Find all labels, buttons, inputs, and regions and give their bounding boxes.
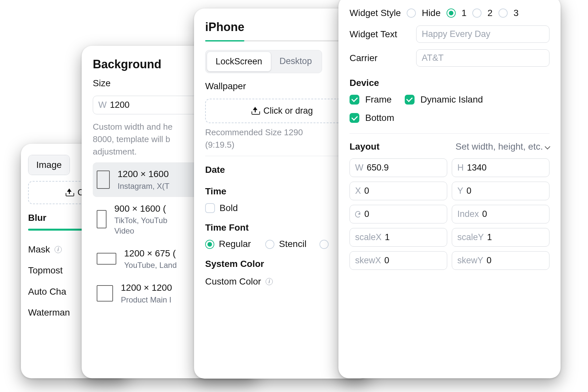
layout-scalex-input[interactable]: scaleX [350, 228, 447, 247]
wallpaper-label: Wallpaper [205, 80, 246, 92]
recommended-size-text: Recommended Size 1290 (9:19.5) [205, 126, 359, 151]
layout-w-input[interactable]: W [350, 158, 447, 177]
tab-desktop[interactable]: Desktop [271, 52, 320, 72]
layout-rotation-input[interactable] [350, 205, 447, 223]
layout-y-field[interactable] [466, 186, 544, 196]
widget-text-label: Widget Text [350, 28, 412, 40]
topmost-label: Topmost [28, 265, 63, 276]
widget-3-label: 3 [514, 7, 519, 19]
auto-change-label: Auto Cha [28, 286, 66, 298]
bold-checkbox[interactable] [205, 203, 215, 213]
upload-icon [66, 189, 73, 196]
layout-scaley-input[interactable]: scaleY [452, 228, 549, 247]
bottom-label: Bottom [365, 112, 394, 124]
widget-1-radio[interactable] [447, 8, 456, 18]
layout-grid: W H X Y Index scaleX scaleY [350, 158, 549, 270]
system-color-section: System Color [205, 258, 359, 270]
layout-x-field[interactable] [364, 186, 442, 196]
tab-image[interactable]: Image [28, 155, 70, 175]
iphone-tab-underline [205, 40, 359, 41]
font-third-radio[interactable] [319, 240, 329, 249]
bottom-checkbox[interactable] [350, 113, 359, 123]
widget-hide-radio[interactable] [407, 8, 416, 18]
upload-icon [252, 107, 259, 115]
widget-hide-label: Hide [422, 7, 441, 19]
carrier-label: Carrier [350, 52, 412, 64]
carrier-field[interactable] [422, 53, 544, 63]
device-section: Device [350, 77, 549, 89]
tab-lockscreen[interactable]: LockScreen [207, 52, 271, 72]
layout-y-input[interactable]: Y [452, 182, 549, 200]
layout-label: Layout [350, 141, 380, 153]
upload-label: Click or drag [263, 105, 313, 117]
layout-h-field[interactable] [467, 163, 544, 173]
frame-label: Frame [365, 94, 392, 106]
bold-label: Bold [220, 202, 238, 214]
width-prefix: W [98, 99, 106, 111]
widget-text-input[interactable] [416, 25, 549, 43]
layout-x-input[interactable]: X [350, 182, 447, 200]
layout-scalex-field[interactable] [385, 232, 442, 242]
frame-checkbox[interactable] [350, 95, 359, 105]
layout-w-field[interactable] [367, 163, 442, 173]
layout-index-input[interactable]: Index [452, 205, 549, 223]
dynamic-island-label: Dynamic Island [420, 94, 483, 106]
layout-scaley-field[interactable] [487, 232, 544, 242]
widget-text-field[interactable] [422, 29, 544, 39]
widget-2-radio[interactable] [472, 8, 482, 18]
layout-skewx-input[interactable]: skewX [350, 251, 447, 270]
width-input[interactable]: W [93, 96, 203, 114]
font-regular-radio[interactable] [205, 240, 214, 249]
panel-widget-layout: Widget Style Hide 1 2 3 Widget Text Carr… [338, 0, 561, 378]
size-label: Size [93, 77, 110, 89]
image-tab-group: Image [28, 155, 70, 175]
layout-index-field[interactable] [482, 209, 544, 219]
layout-more-link[interactable]: Set width, height, etc. [455, 141, 549, 153]
layout-skewx-field[interactable] [384, 255, 442, 266]
font-regular-label: Regular [219, 238, 251, 250]
layout-rotation-field[interactable] [364, 209, 442, 219]
font-stencil-radio[interactable] [265, 240, 274, 249]
watermark-label: Waterman [28, 307, 70, 318]
layout-h-input[interactable]: H [452, 158, 549, 177]
chevron-down-icon [545, 144, 550, 149]
carrier-input[interactable] [416, 49, 549, 67]
date-section: Date [205, 164, 359, 176]
timefont-section: Time Font [205, 222, 359, 234]
wallpaper-upload[interactable]: Click or drag [205, 99, 359, 123]
rotate-icon [355, 211, 361, 218]
width-field[interactable] [110, 100, 198, 110]
layout-skewy-input[interactable]: skewY [452, 251, 549, 270]
layout-skewy-field[interactable] [487, 255, 544, 266]
widget-style-label: Widget Style [350, 7, 401, 19]
widget-1-label: 1 [462, 7, 467, 19]
info-icon[interactable]: i [55, 246, 62, 253]
mask-label: Mask [28, 244, 50, 255]
widget-3-radio[interactable] [498, 8, 508, 18]
info-icon[interactable]: i [266, 278, 273, 285]
widget-2-label: 2 [487, 7, 493, 19]
custom-color-label: Custom Color [205, 276, 261, 287]
screen-tabs: LockScreen Desktop [205, 50, 322, 73]
font-stencil-label: Stencil [279, 238, 306, 250]
iphone-title: iPhone [205, 20, 359, 35]
dynamic-island-checkbox[interactable] [405, 95, 415, 105]
time-section: Time [205, 186, 359, 197]
